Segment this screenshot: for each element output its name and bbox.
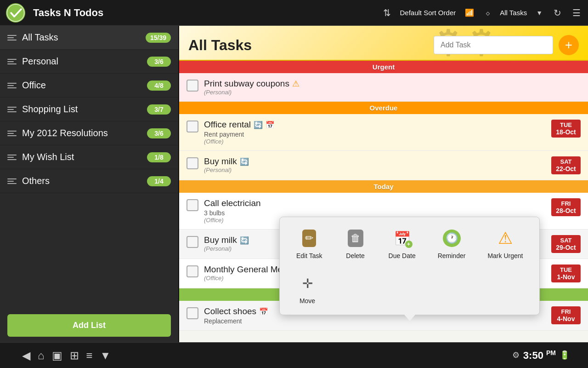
signal-icon: 📶: [463, 6, 476, 19]
filter-control[interactable]: All Tasks: [500, 9, 527, 17]
sync-icon-3: 🔄: [240, 236, 249, 245]
app-title: Tasks N Todos: [33, 7, 103, 19]
section-header-overdue: Overdue: [179, 102, 588, 114]
calendar-icon: 📅: [266, 121, 275, 129]
task-info-buy-milk-1: Buy milk 🔄 (Personal): [204, 156, 546, 173]
task-checkbox-collect-shoes[interactable]: [187, 307, 198, 319]
sidebar-item-others[interactable]: Others 1/4: [0, 169, 178, 193]
task-checkbox-buy-milk-2[interactable]: [187, 236, 198, 248]
task-checkbox-monthly-meeting[interactable]: [187, 265, 198, 277]
move-icon: ✛: [296, 272, 318, 294]
task-checkbox-buy-milk-1[interactable]: [187, 157, 198, 169]
task-row[interactable]: Office rental 🔄 📅 Rent payment (Office) …: [179, 114, 588, 151]
sidebar-item-icon-shopping: [7, 107, 17, 112]
task-subtitle-office-rental: Rent payment: [204, 131, 546, 138]
task-title-print-subway: Print subway coupons ⚠: [204, 79, 581, 89]
sidebar-item-label-resolutions: My 2012 Resolutions: [22, 128, 141, 138]
due-date-icon: 📅 +: [391, 227, 413, 249]
task-subtitle-collect-shoes: Replacement: [204, 317, 546, 325]
sidebar-item-office[interactable]: Office 4/8: [0, 74, 178, 98]
sync-icon: 🔄: [254, 121, 263, 129]
sidebar-item-icon-office: [7, 83, 17, 88]
content-title: All Tasks: [188, 37, 252, 54]
task-row[interactable]: Buy milk 🔄 (Personal) SAT 22-Oct: [179, 151, 588, 180]
sidebar-item-label-personal: Personal: [22, 56, 141, 67]
task-row[interactable]: Print subway coupons ⚠ (Personal): [179, 73, 588, 102]
task-category-office-rental: (Office): [204, 138, 546, 145]
settings-icon: ⚙: [512, 350, 520, 360]
content-header: ⚙⚙ All Tasks +: [179, 26, 588, 61]
mark-urgent-icon: ⚠: [494, 227, 516, 249]
task-checkbox-call-electrician[interactable]: [187, 199, 198, 211]
edit-task-icon: ✏: [298, 227, 320, 249]
task-info-office-rental: Office rental 🔄 📅 Rent payment (Office): [204, 120, 546, 145]
context-menu-due-date[interactable]: 📅 + Due Date: [378, 223, 427, 264]
edit-icon: ✏: [302, 230, 316, 247]
app-logo: [6, 3, 26, 23]
delete-label: Delete: [346, 252, 364, 259]
back-button[interactable]: ◀: [18, 345, 34, 366]
recent-apps-button[interactable]: ▣: [48, 345, 66, 366]
filter-label: All Tasks: [500, 9, 527, 17]
refresh-icon[interactable]: ↻: [552, 6, 563, 20]
sidebar-item-resolutions[interactable]: My 2012 Resolutions 3/6: [0, 121, 178, 145]
sort-order-control[interactable]: Default Sort Order: [400, 9, 456, 17]
overflow-menu-icon[interactable]: ☰: [571, 6, 582, 20]
sort-arrows-icon[interactable]: ⇅: [381, 6, 393, 20]
sidebar-item-label-wishlist: My Wish List: [22, 152, 141, 162]
sidebar-badge-shopping: 3/7: [147, 104, 171, 115]
arrows-icon: ✛: [302, 276, 313, 291]
home-button[interactable]: ⌂: [34, 345, 48, 366]
sidebar-badge-resolutions: 3/6: [147, 128, 171, 138]
main-layout: All Tasks 15/39 Personal 3/6 Office 4/8 …: [0, 26, 588, 342]
sidebar-item-icon-wishlist: [7, 155, 17, 160]
task-checkbox-office-rental[interactable]: [187, 121, 198, 132]
top-bar: Tasks N Todos ⇅ Default Sort Order 📶 ⬦ A…: [0, 0, 588, 26]
apps-button[interactable]: ⊞: [66, 345, 83, 366]
context-menu-move[interactable]: ✛ Move: [285, 268, 329, 309]
reminder-label: Reminder: [438, 252, 466, 259]
task-date-office-rental: TUE 18-Oct: [551, 120, 581, 138]
context-menu-delete[interactable]: 🗑 Delete: [334, 223, 378, 264]
sync-icon-2: 🔄: [240, 157, 249, 166]
context-menu-edit-task[interactable]: ✏ Edit Task: [285, 223, 334, 264]
task-subtitle-call-electrician: 3 bulbs: [204, 209, 546, 217]
sidebar: All Tasks 15/39 Personal 3/6 Office 4/8 …: [0, 26, 179, 342]
move-label: Move: [300, 297, 315, 305]
filter-chevron-icon[interactable]: ▼: [534, 7, 544, 18]
task-title-buy-milk-1: Buy milk 🔄: [204, 156, 546, 167]
section-header-today: Today: [179, 180, 588, 193]
sidebar-badge-all-tasks: 15/39: [146, 33, 171, 43]
keyboard-button[interactable]: ▼: [96, 345, 115, 366]
status-area: ⚙ 3:50 PM 🔋: [512, 349, 570, 362]
context-menu-mark-urgent[interactable]: ⚠ Mark Urgent: [476, 223, 534, 264]
sidebar-item-icon-resolutions: [7, 131, 17, 136]
add-task-input[interactable]: [434, 36, 553, 54]
sidebar-badge-wishlist: 1/8: [147, 152, 171, 162]
task-category-print-subway: (Personal): [204, 89, 581, 96]
warning-icon: ⚠: [292, 79, 300, 89]
sidebar-item-shopping-list[interactable]: Shopping List 3/7: [0, 98, 178, 121]
task-date-buy-milk-1: SAT 22-Oct: [551, 156, 581, 174]
sidebar-item-personal[interactable]: Personal 3/6: [0, 50, 178, 74]
context-menu-reminder[interactable]: 🕐 Reminder: [427, 223, 477, 264]
due-date-label: Due Date: [389, 252, 416, 259]
task-info-print-subway: Print subway coupons ⚠ (Personal): [204, 79, 581, 96]
task-date-monthly-meeting: TUE 1-Nov: [551, 264, 581, 282]
content-header-controls: +: [434, 35, 579, 55]
warning-triangle-icon: ⚠: [498, 229, 513, 248]
context-menu-row2: ✛ Move: [285, 268, 534, 309]
sidebar-item-label-others: Others: [22, 176, 141, 186]
sidebar-item-all-tasks[interactable]: All Tasks 15/39: [0, 26, 178, 50]
task-title-office-rental: Office rental 🔄 📅: [204, 120, 546, 130]
filter-icon[interactable]: ⬦: [483, 6, 492, 20]
menu-button[interactable]: ≡: [83, 345, 96, 366]
add-task-button[interactable]: +: [559, 35, 579, 55]
sidebar-item-icon-others: [7, 178, 17, 184]
task-checkbox-print-subway[interactable]: [187, 80, 198, 92]
battery-icon: 🔋: [560, 350, 570, 360]
sidebar-item-label-office: Office: [22, 80, 141, 91]
sidebar-item-label-shopping: Shopping List: [22, 104, 141, 115]
sidebar-item-wish-list[interactable]: My Wish List 1/8: [0, 145, 178, 169]
add-list-button[interactable]: Add List: [7, 314, 171, 337]
